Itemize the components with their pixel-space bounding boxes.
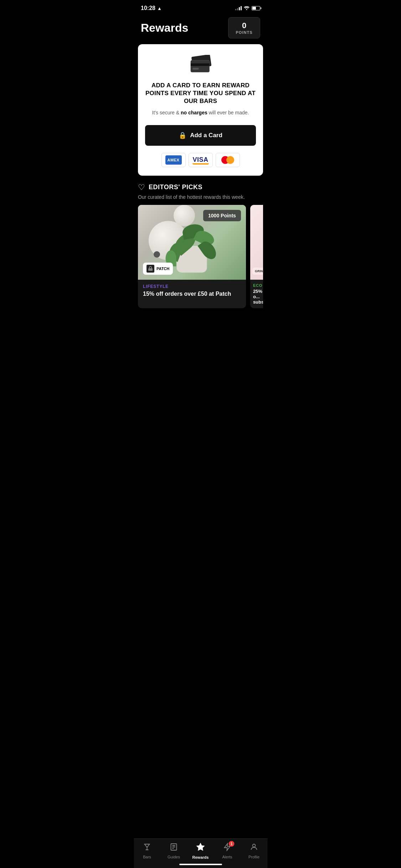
heart-icon: ♡ bbox=[138, 183, 145, 192]
editors-title: EDITORS' PICKS bbox=[149, 184, 202, 191]
location-icon: ▲ bbox=[157, 6, 162, 11]
battery-icon bbox=[252, 6, 260, 10]
grini-brand-badge: GRINI bbox=[252, 268, 263, 275]
patch-brand-badge: PATCH bbox=[143, 263, 173, 275]
lock-icon: 🔒 bbox=[179, 131, 186, 139]
partial-card-image: GRINI bbox=[250, 205, 263, 280]
editors-picks-section: ♡ EDITORS' PICKS Our curated list of the… bbox=[134, 183, 267, 312]
reward-title-patch: 15% off orders over £50 at Patch bbox=[143, 290, 241, 298]
decorative-sphere-small bbox=[174, 205, 195, 226]
reward-points-badge: 1000 Points bbox=[203, 210, 241, 221]
svg-rect-2 bbox=[191, 63, 210, 66]
signal-icon bbox=[235, 6, 242, 10]
card-headline: ADD A CARD TO EARN REWARD POINTS EVERY T… bbox=[145, 82, 256, 105]
points-number: 0 bbox=[236, 21, 253, 30]
credit-card-icon bbox=[145, 55, 256, 74]
svg-rect-4 bbox=[148, 268, 153, 271]
partial-card-info: ECO 25% o... subscr... bbox=[250, 280, 263, 308]
points-label: POINTS bbox=[236, 30, 253, 35]
reward-card-partial[interactable]: GRINI ECO 25% o... subscr... bbox=[250, 205, 263, 308]
add-card-label: Add a Card bbox=[190, 132, 222, 139]
add-card-section: ADD A CARD TO EARN REWARD POINTS EVERY T… bbox=[138, 44, 263, 176]
apple-decoration bbox=[154, 251, 160, 258]
points-badge: 0 POINTS bbox=[228, 17, 260, 38]
reward-card-patch[interactable]: 1000 Points PATCH LIFESTYLE 15% off orde… bbox=[138, 205, 246, 308]
status-right bbox=[235, 6, 260, 11]
wifi-icon bbox=[244, 6, 250, 11]
svg-rect-1 bbox=[191, 60, 210, 72]
status-time: 10:28 bbox=[141, 5, 155, 11]
reward-category-lifestyle: LIFESTYLE bbox=[143, 284, 241, 289]
visa-logo: VISA bbox=[189, 153, 213, 167]
add-card-button[interactable]: 🔒 Add a Card bbox=[145, 125, 256, 146]
editors-header: ♡ EDITORS' PICKS bbox=[138, 183, 263, 192]
partial-title: 25% o... subscr... bbox=[253, 289, 263, 305]
amex-logo: AMEX bbox=[161, 153, 186, 167]
payment-logos: AMEX VISA bbox=[145, 153, 256, 167]
reward-card-image-patch: 1000 Points PATCH bbox=[138, 205, 246, 280]
status-bar: 10:28 ▲ bbox=[134, 0, 267, 14]
rewards-row: 1000 Points PATCH LIFESTYLE 15% off orde… bbox=[138, 205, 263, 308]
page-header: Rewards 0 POINTS bbox=[134, 14, 267, 44]
page-title: Rewards bbox=[141, 21, 188, 35]
mastercard-logo bbox=[216, 153, 240, 167]
patch-brand-label: PATCH bbox=[156, 267, 169, 271]
card-subtext: It's secure & no charges will ever be ma… bbox=[145, 109, 256, 117]
reward-card-info-patch: LIFESTYLE 15% off orders over £50 at Pat… bbox=[138, 280, 246, 303]
editors-subtitle: Our curated list of the hottest rewards … bbox=[138, 194, 263, 200]
partial-category: ECO bbox=[253, 283, 263, 288]
svg-rect-3 bbox=[192, 68, 199, 69]
